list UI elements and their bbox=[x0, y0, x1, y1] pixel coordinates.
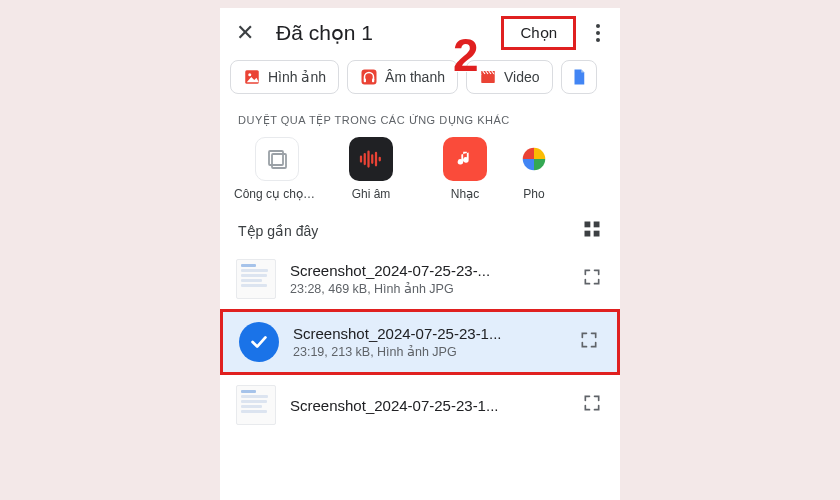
app-gallery-picker[interactable]: Công cụ chọn ... bbox=[232, 137, 322, 201]
svg-rect-3 bbox=[364, 79, 366, 83]
file-picker-panel: ✕ Đã chọn 1 Chọn Hình ảnh Âm thanh Video bbox=[220, 8, 620, 500]
svg-point-1 bbox=[248, 73, 251, 76]
grid-view-icon[interactable] bbox=[582, 219, 602, 243]
expand-icon[interactable] bbox=[582, 393, 604, 417]
filter-chips: Hình ảnh Âm thanh Video bbox=[220, 54, 620, 104]
chip-label: Âm thanh bbox=[385, 69, 445, 85]
file-thumbnail bbox=[236, 385, 276, 425]
app-label: Nhạc bbox=[451, 187, 479, 201]
gallery-stack-icon bbox=[265, 147, 289, 171]
checkmark-icon bbox=[239, 322, 279, 362]
svg-rect-4 bbox=[372, 79, 374, 83]
headphones-icon bbox=[360, 68, 378, 86]
svg-rect-5 bbox=[481, 74, 495, 83]
recent-header: Tệp gần đây bbox=[220, 209, 620, 249]
expand-icon[interactable] bbox=[579, 330, 601, 354]
close-icon[interactable]: ✕ bbox=[230, 16, 260, 50]
chip-label: Video bbox=[504, 69, 540, 85]
waveform-icon bbox=[356, 144, 386, 174]
file-name: Screenshot_2024-07-25-23-1... bbox=[293, 325, 565, 342]
recent-label: Tệp gần đây bbox=[238, 223, 318, 239]
chip-documents[interactable] bbox=[561, 60, 597, 94]
app-label: Công cụ chọn ... bbox=[234, 187, 320, 201]
file-name: Screenshot_2024-07-25-23-... bbox=[290, 262, 568, 279]
svg-rect-10 bbox=[585, 231, 591, 237]
app-recorder[interactable]: Ghi âm bbox=[326, 137, 416, 201]
file-item[interactable]: Screenshot_2024-07-25-23-1... bbox=[220, 375, 620, 425]
file-name: Screenshot_2024-07-25-23-1... bbox=[290, 397, 568, 414]
app-photos[interactable]: Pho bbox=[514, 137, 554, 201]
app-music[interactable]: Nhạc bbox=[420, 137, 510, 201]
image-icon bbox=[243, 68, 261, 86]
expand-icon[interactable] bbox=[582, 267, 604, 291]
file-meta: 23:28, 469 kB, Hình ảnh JPG bbox=[290, 281, 568, 296]
chip-video[interactable]: Video bbox=[466, 60, 553, 94]
document-icon bbox=[570, 68, 588, 86]
svg-rect-11 bbox=[594, 231, 600, 237]
app-label: Ghi âm bbox=[352, 187, 391, 201]
music-note-icon bbox=[454, 148, 476, 170]
browse-apps-label: DUYỆT QUA TỆP TRONG CÁC ỨNG DỤNG KHÁC bbox=[220, 104, 620, 135]
svg-rect-9 bbox=[594, 222, 600, 228]
page-title: Đã chọn 1 bbox=[270, 21, 491, 45]
chip-images[interactable]: Hình ảnh bbox=[230, 60, 339, 94]
svg-rect-8 bbox=[585, 222, 591, 228]
file-meta: 23:19, 213 kB, Hình ảnh JPG bbox=[293, 344, 565, 359]
app-label: Pho bbox=[523, 187, 544, 201]
file-thumbnail bbox=[236, 259, 276, 299]
file-item-selected[interactable]: Screenshot_2024-07-25-23-1... 23:19, 213… bbox=[220, 309, 620, 375]
clapper-icon bbox=[479, 68, 497, 86]
top-bar: ✕ Đã chọn 1 Chọn bbox=[220, 8, 620, 54]
chip-audio[interactable]: Âm thanh bbox=[347, 60, 458, 94]
apps-row: Công cụ chọn ... Ghi âm Nhạc Pho bbox=[220, 135, 620, 209]
file-item[interactable]: Screenshot_2024-07-25-23-... 23:28, 469 … bbox=[220, 249, 620, 309]
chip-label: Hình ảnh bbox=[268, 69, 326, 85]
photos-icon bbox=[519, 144, 549, 174]
more-icon[interactable] bbox=[586, 20, 610, 46]
select-button[interactable]: Chọn bbox=[501, 16, 576, 50]
